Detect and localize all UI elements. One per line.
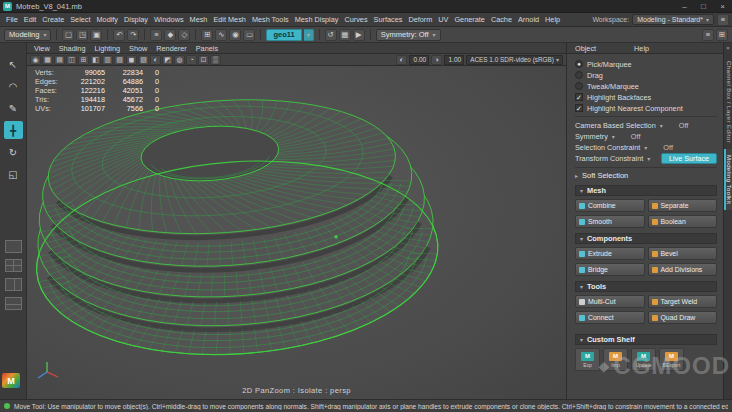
multi-cut-button[interactable]: Multi-Cut [575, 295, 645, 308]
bevel-button[interactable]: Bevel [648, 247, 718, 260]
menu-mesh[interactable]: Mesh [187, 15, 211, 24]
menu-file[interactable]: File [3, 15, 21, 24]
make-live-dropdown-icon[interactable]: ▾ [304, 29, 314, 41]
symmetry-dropdown[interactable]: Symmetry: Off ▾ [376, 29, 441, 41]
isolate-select-icon[interactable]: ◧ [90, 55, 101, 65]
tab-modeling-toolkit[interactable]: Modeling Toolkit [724, 149, 732, 210]
single-pane-layout-button[interactable] [5, 240, 22, 253]
menu-surfaces[interactable]: Surfaces [371, 15, 406, 24]
snap-point-icon[interactable]: ◉ [229, 29, 241, 41]
live-surface-button[interactable]: Live Surface [661, 153, 717, 164]
workspace-dropdown[interactable]: Modeling - Standard* ▾ [632, 14, 714, 25]
two-pane-stacked-layout-button[interactable] [5, 297, 22, 310]
selection-constraint-dropdown[interactable]: Selection Constraint ▾ Off [575, 142, 717, 152]
add-divisions-button[interactable]: Add Divisions [648, 263, 718, 276]
panel-menu-panels[interactable]: Panels [196, 44, 218, 53]
panel-menu-renderer[interactable]: Renderer [156, 44, 186, 53]
panel-menu-view[interactable]: View [34, 44, 50, 53]
menu-arnold[interactable]: Arnold [515, 15, 542, 24]
menu-deform[interactable]: Deform [405, 15, 435, 24]
maximize-button[interactable]: □ [694, 0, 713, 12]
menu-display[interactable]: Display [121, 15, 151, 24]
menu-edit-mesh[interactable]: Edit Mesh [210, 15, 248, 24]
section-header-mesh[interactable]: ▾ Mesh [575, 185, 717, 196]
shadows-icon[interactable]: ◩ [162, 55, 173, 65]
custom-shelf-import-button[interactable]: M Imp [603, 348, 628, 371]
undo-icon[interactable]: ↶ [113, 29, 125, 41]
exposure-field[interactable]: 0.00 [409, 55, 429, 65]
scale-tool[interactable]: ◱ [4, 165, 23, 183]
custom-shelf-update-button[interactable]: M Update [631, 348, 656, 371]
snap-plane-icon[interactable]: ▭ [243, 29, 255, 41]
radio-tweak-marquee[interactable]: Tweak/Marquee [575, 81, 717, 91]
menu-cache[interactable]: Cache [488, 15, 515, 24]
xray-icon[interactable]: ▥ [102, 55, 113, 65]
section-header-tools[interactable]: ▾ Tools [575, 281, 717, 292]
target-weld-button[interactable]: Target Weld [648, 295, 718, 308]
separate-button[interactable]: Separate [648, 199, 718, 212]
workspace-menu-icon[interactable]: ≡ [717, 14, 729, 26]
menu-windows[interactable]: Windows [151, 15, 187, 24]
exposure-icon[interactable]: ◐ [396, 55, 407, 65]
make-live-object-field[interactable]: geo11 [266, 29, 301, 41]
checkbox-highlight-backfaces[interactable]: ✓ Highlight Backfaces [575, 92, 717, 102]
ambient-occlusion-icon[interactable]: ◍ [174, 55, 185, 65]
new-scene-icon[interactable]: ▢ [62, 29, 74, 41]
shaded-icon[interactable]: ◼ [126, 55, 137, 65]
select-object-icon[interactable]: ◆ [164, 29, 176, 41]
radio-drag[interactable]: Drag [575, 70, 717, 80]
menu-create[interactable]: Create [39, 15, 67, 24]
select-hierarchy-icon[interactable]: ≡ [150, 29, 162, 41]
paint-select-tool[interactable]: ✎ [4, 99, 23, 117]
gamma-field[interactable]: 1.00 [444, 55, 464, 65]
boolean-button[interactable]: Boolean [648, 215, 718, 228]
extrude-button[interactable]: Extrude [575, 247, 645, 260]
symmetry-panel-dropdown[interactable]: Symmetry ▾ Off [575, 131, 717, 141]
lock-camera-icon[interactable]: ◉ [30, 55, 41, 65]
gamma-icon[interactable]: ◑ [431, 55, 442, 65]
four-pane-layout-button[interactable] [5, 259, 22, 272]
redo-icon[interactable]: ↷ [127, 29, 139, 41]
panel-menu-lighting[interactable]: Lighting [94, 44, 120, 53]
toolkit-menu-object[interactable]: Object [575, 44, 596, 53]
menu-set-dropdown[interactable]: Modeling ▾ [4, 29, 51, 41]
multisample-icon[interactable]: ⊡ [198, 55, 209, 65]
menu-mesh-display[interactable]: Mesh Display [292, 15, 342, 24]
lasso-tool[interactable]: ◠ [4, 77, 23, 95]
menu-generate[interactable]: Generate [451, 15, 487, 24]
custom-shelf-bexport-button[interactable]: M BExport [659, 348, 684, 371]
viewport[interactable]: Verts: 99065 22834 0 Edges: 221202 64886… [27, 66, 566, 399]
camera-based-selection-dropdown[interactable]: Camera Based Selection ▾ Off [575, 120, 717, 130]
section-header-custom-shelf[interactable]: ▾ Custom Shelf [575, 334, 717, 345]
image-plane-icon[interactable]: ◫ [66, 55, 77, 65]
toolkit-menu-help[interactable]: Help [634, 44, 649, 53]
lighting-icon[interactable]: ◐ [150, 55, 161, 65]
construction-history-icon[interactable]: ↺ [325, 29, 337, 41]
menu-help[interactable]: Help [542, 15, 563, 24]
rotate-tool[interactable]: ↻ [4, 143, 23, 161]
colorspace-dropdown[interactable]: ACES 1.0 SDR-video (sRGB) ▾ [466, 55, 563, 65]
close-panel-icon[interactable]: × [726, 45, 730, 51]
soft-selection-section[interactable]: ▸ Soft Selection [575, 171, 717, 180]
smooth-button[interactable]: Smooth [575, 215, 645, 228]
render-icon[interactable]: ▦ [339, 29, 351, 41]
wireframe-icon[interactable]: ▧ [114, 55, 125, 65]
section-header-components[interactable]: ▾ Components [575, 233, 717, 244]
move-tool[interactable]: ╋ [4, 121, 23, 139]
select-tool[interactable]: ↖ [4, 55, 23, 73]
combine-button[interactable]: Combine [575, 199, 645, 212]
select-component-icon[interactable]: ◇ [178, 29, 190, 41]
menu-select[interactable]: Select [67, 15, 93, 24]
custom-shelf-export-button[interactable]: M Exp [575, 348, 600, 371]
ipr-render-icon[interactable]: ▶ [353, 29, 365, 41]
two-pane-side-layout-button[interactable] [5, 278, 22, 291]
shelf-menu-icon[interactable]: ≡ [702, 29, 714, 41]
snap-curve-icon[interactable]: ∿ [215, 29, 227, 41]
2d-pan-zoom-icon[interactable]: ⊞ [78, 55, 89, 65]
motion-blur-icon[interactable]: ◔ [186, 55, 197, 65]
tab-channel-box-layer-editor[interactable]: Channel Box / Layer Editor [724, 55, 732, 149]
connect-button[interactable]: Connect [575, 311, 645, 324]
quad-draw-button[interactable]: Quad Draw [648, 311, 718, 324]
panel-menu-show[interactable]: Show [129, 44, 147, 53]
bookmark-icon[interactable]: ▤ [54, 55, 65, 65]
